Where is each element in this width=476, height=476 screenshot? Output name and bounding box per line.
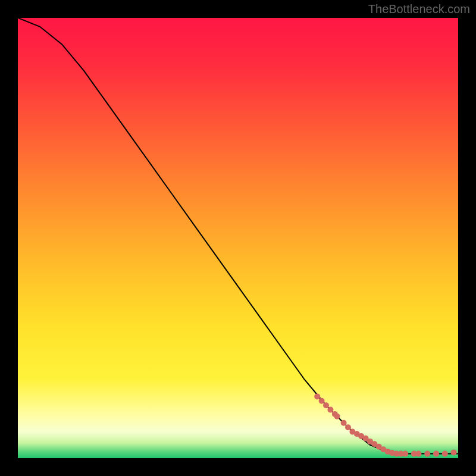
highlight-dot — [319, 398, 325, 404]
highlight-dot — [433, 451, 439, 457]
watermark-label: TheBottleneck.com — [368, 2, 470, 16]
highlight-dot — [415, 451, 421, 457]
highlight-dot — [442, 451, 448, 457]
highlight-dot — [341, 420, 347, 426]
chart-curve-layer — [18, 18, 458, 458]
highlight-dot — [327, 407, 333, 413]
highlight-dot — [334, 414, 340, 419]
highlight-dot — [345, 424, 351, 430]
highlight-points-group — [314, 393, 456, 456]
highlight-dot — [314, 393, 320, 399]
bottleneck-curve — [18, 18, 458, 454]
highlight-dot — [402, 451, 408, 457]
chart-plot-area — [18, 18, 458, 458]
highlight-dot — [323, 402, 329, 408]
highlight-dot — [424, 451, 430, 457]
highlight-dot — [451, 449, 457, 455]
